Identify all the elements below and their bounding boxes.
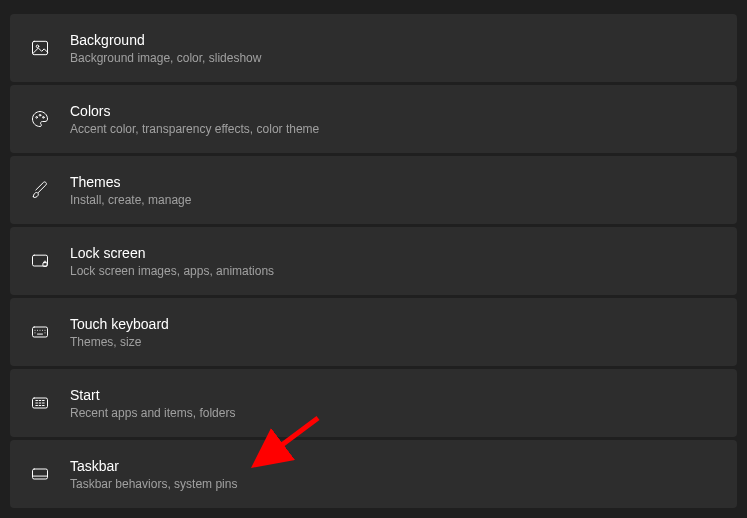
settings-item-title: Colors: [70, 102, 319, 120]
svg-point-3: [39, 114, 41, 116]
settings-item-subtitle: Lock screen images, apps, animations: [70, 264, 274, 279]
settings-item-text: Background Background image, color, slid…: [70, 31, 261, 66]
settings-item-subtitle: Recent apps and items, folders: [70, 406, 235, 421]
settings-item-title: Start: [70, 386, 235, 404]
image-icon: [28, 36, 52, 60]
settings-item-text: Touch keyboard Themes, size: [70, 315, 169, 350]
settings-item-subtitle: Themes, size: [70, 335, 169, 350]
settings-item-colors[interactable]: Colors Accent color, transparency effect…: [10, 85, 737, 153]
start-grid-icon: [28, 391, 52, 415]
taskbar-icon: [28, 462, 52, 486]
settings-item-subtitle: Taskbar behaviors, system pins: [70, 477, 237, 492]
settings-item-text: Lock screen Lock screen images, apps, an…: [70, 244, 274, 279]
settings-item-subtitle: Background image, color, slideshow: [70, 51, 261, 66]
settings-item-subtitle: Accent color, transparency effects, colo…: [70, 122, 319, 137]
settings-item-title: Lock screen: [70, 244, 274, 262]
svg-point-1: [36, 45, 39, 48]
settings-item-title: Themes: [70, 173, 191, 191]
settings-item-themes[interactable]: Themes Install, create, manage: [10, 156, 737, 224]
settings-item-title: Touch keyboard: [70, 315, 169, 333]
palette-icon: [28, 107, 52, 131]
settings-item-text: Taskbar Taskbar behaviors, system pins: [70, 457, 237, 492]
settings-list: Background Background image, color, slid…: [0, 0, 747, 518]
settings-item-title: Background: [70, 31, 261, 49]
svg-rect-7: [33, 327, 48, 337]
svg-point-2: [36, 117, 38, 119]
keyboard-icon: [28, 320, 52, 344]
svg-rect-9: [33, 469, 48, 479]
settings-item-text: Colors Accent color, transparency effect…: [70, 102, 319, 137]
lock-screen-icon: [28, 249, 52, 273]
settings-item-subtitle: Install, create, manage: [70, 193, 191, 208]
settings-item-start[interactable]: Start Recent apps and items, folders: [10, 369, 737, 437]
settings-item-title: Taskbar: [70, 457, 237, 475]
settings-item-touch-keyboard[interactable]: Touch keyboard Themes, size: [10, 298, 737, 366]
settings-item-lock-screen[interactable]: Lock screen Lock screen images, apps, an…: [10, 227, 737, 295]
svg-point-4: [43, 117, 45, 119]
settings-item-taskbar[interactable]: Taskbar Taskbar behaviors, system pins: [10, 440, 737, 508]
svg-rect-0: [33, 41, 48, 54]
settings-item-background[interactable]: Background Background image, color, slid…: [10, 14, 737, 82]
brush-icon: [28, 178, 52, 202]
settings-item-text: Themes Install, create, manage: [70, 173, 191, 208]
settings-item-text: Start Recent apps and items, folders: [70, 386, 235, 421]
